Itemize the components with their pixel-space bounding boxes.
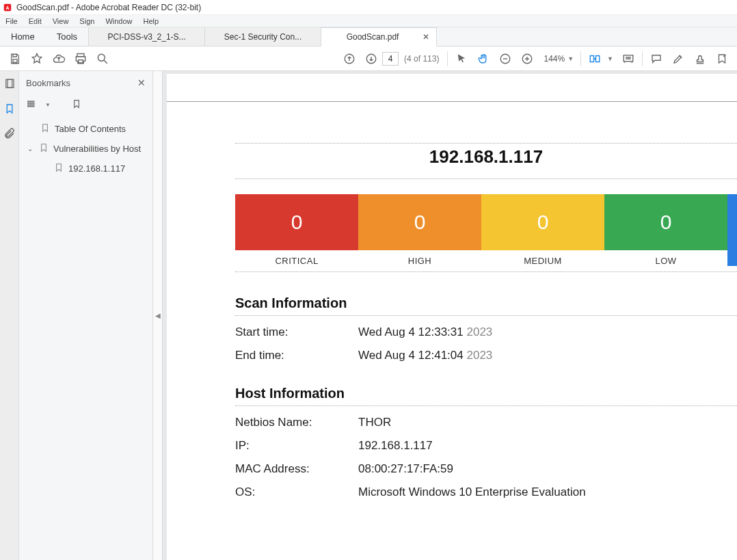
host-os-value: Microsoft Windows 10 Enterprise Evaluati… (358, 485, 586, 499)
bookmarks-icon[interactable] (2, 101, 17, 116)
menu-bar: File Edit View Sign Window Help (0, 15, 737, 27)
menu-item-edit[interactable]: Edit (23, 16, 47, 27)
thumbnails-icon[interactable] (2, 77, 17, 92)
svg-rect-2 (13, 59, 17, 62)
bookmark-icon (53, 162, 64, 175)
svg-rect-13 (28, 101, 34, 102)
severity-value: 0 (481, 194, 604, 250)
svg-rect-10 (624, 55, 633, 61)
panel-collapse-handle[interactable]: ◀ (153, 71, 163, 560)
close-panel-icon[interactable]: ✕ (137, 77, 146, 88)
zoom-out-icon[interactable] (494, 48, 516, 70)
menu-item-file[interactable]: File (0, 16, 23, 27)
bookmark-vuln-by-host[interactable]: ⌄ Vulnerabilities by Host (23, 139, 150, 159)
hand-icon[interactable] (472, 48, 494, 70)
doctab-goodscan[interactable]: GoodScan.pdf ✕ (321, 27, 437, 46)
page-up-icon[interactable] (338, 48, 360, 70)
host-os-label: OS: (235, 485, 358, 499)
zoom-level: 144% (544, 54, 565, 64)
severity-low: 0 LOW (604, 194, 727, 266)
tabstrip-filler (437, 27, 737, 46)
scan-info-heading: Scan Information (235, 295, 737, 316)
page-separator (167, 101, 737, 102)
host-ip-label: IP: (235, 439, 358, 453)
pointer-icon[interactable] (451, 48, 472, 70)
menu-item-help[interactable]: Help (138, 16, 165, 27)
host-mac-label: MAC Address: (235, 462, 358, 476)
chevron-down-icon[interactable]: ▼ (607, 55, 613, 62)
bookmark-icon (38, 142, 49, 155)
cloud-upload-icon[interactable] (48, 48, 70, 70)
host-ip-value: 192.168.1.117 (358, 439, 433, 453)
severity-value: 0 (235, 194, 358, 250)
severity-medium: 0 MEDIUM (481, 194, 604, 266)
document-viewport[interactable]: 192.168.1.117 0 CRITICAL 0 HIGH 0 MEDIUM (163, 71, 737, 560)
severity-grid: 0 CRITICAL 0 HIGH 0 MEDIUM 0 LOW (235, 194, 737, 272)
scan-start-value: Wed Aug 4 12:33:31 2023 (358, 325, 492, 339)
print-icon[interactable] (70, 48, 92, 70)
doctab-sec1[interactable]: Sec-1 Security Con... (204, 27, 321, 46)
zoom-in-icon[interactable] (516, 48, 538, 70)
doctab-pci[interactable]: PCI-DSS-v3_2_1-S... (88, 27, 204, 46)
svg-rect-14 (28, 103, 34, 104)
options-icon[interactable] (26, 98, 37, 111)
severity-label: LOW (604, 250, 727, 266)
bookmarks-title: Bookmarks (26, 78, 70, 88)
menu-item-window[interactable]: Window (100, 16, 137, 27)
bookmarks-header: Bookmarks ✕ (19, 71, 152, 94)
host-mac-row: MAC Address: 08:00:27:17:FA:59 (235, 462, 737, 476)
attachments-icon[interactable] (2, 126, 17, 141)
severity-label: HIGH (358, 250, 481, 266)
doctab-label: GoodScan.pdf (328, 32, 417, 42)
severity-info-strip (727, 194, 737, 266)
bookmark-host-ip[interactable]: 192.168.1.117 (23, 159, 150, 178)
tab-tools[interactable]: Tools (46, 27, 88, 46)
menu-item-view[interactable]: View (47, 16, 75, 27)
close-icon[interactable]: ✕ (423, 32, 429, 42)
host-ip-row: IP: 192.168.1.117 (235, 439, 737, 453)
scan-start-row: Start time: Wed Aug 4 12:33:31 2023 (235, 325, 737, 339)
svg-point-5 (98, 54, 105, 61)
bookmark-toc[interactable]: Table Of Contents (23, 119, 150, 139)
search-icon[interactable] (92, 48, 113, 70)
doctab-label: PCI-DSS-v3_2_1-S... (96, 32, 198, 42)
toolbar: (4 of 113) 144% ▼ ▼ (0, 46, 737, 71)
tab-home[interactable]: Home (0, 27, 46, 46)
scan-end-value: Wed Aug 4 12:41:04 2023 (358, 349, 492, 362)
left-rail (0, 71, 19, 560)
star-icon[interactable] (26, 48, 48, 70)
comment-icon[interactable] (645, 48, 667, 70)
svg-rect-15 (28, 105, 34, 106)
read-mode-icon[interactable] (617, 48, 639, 70)
bookmarks-panel: Bookmarks ✕ ▼ Table Of Contents ⌄ Vulner… (19, 71, 153, 560)
bookmark-label: 192.168.1.117 (68, 163, 125, 174)
page-down-icon[interactable] (360, 48, 382, 70)
chevron-down-icon[interactable]: ▼ (45, 102, 51, 108)
more-tools-icon[interactable] (711, 48, 733, 70)
tab-strip: Home Tools PCI-DSS-v3_2_1-S... Sec-1 Sec… (0, 27, 737, 46)
find-bookmark-icon[interactable] (71, 98, 82, 111)
bookmark-label: Vulnerabilities by Host (53, 144, 141, 154)
report-host-title: 192.168.1.117 (235, 143, 737, 179)
chevron-down-icon[interactable]: ▼ (567, 55, 574, 62)
scan-end-label: End time: (235, 349, 358, 362)
severity-critical: 0 CRITICAL (235, 194, 358, 266)
page-number-input[interactable] (382, 52, 399, 66)
menu-item-sign[interactable]: Sign (74, 16, 100, 27)
fit-width-icon[interactable] (584, 48, 606, 70)
svg-rect-11 (5, 79, 12, 88)
pdf-page: 192.168.1.117 0 CRITICAL 0 HIGH 0 MEDIUM (167, 74, 737, 560)
chevron-down-icon[interactable]: ⌄ (26, 145, 34, 152)
host-netbios-label: Netbios Name: (235, 416, 358, 429)
host-netbios-row: Netbios Name: THOR (235, 416, 737, 429)
save-icon[interactable] (4, 48, 26, 70)
host-netbios-value: THOR (358, 416, 391, 429)
severity-value: 0 (604, 194, 727, 250)
scan-start-label: Start time: (235, 325, 358, 339)
stamp-icon[interactable] (689, 48, 711, 70)
page-count: (4 of 113) (404, 54, 439, 64)
highlight-icon[interactable] (667, 48, 689, 70)
scan-end-row: End time: Wed Aug 4 12:41:04 2023 (235, 349, 737, 362)
severity-label: MEDIUM (481, 250, 604, 266)
svg-rect-4 (79, 59, 83, 62)
